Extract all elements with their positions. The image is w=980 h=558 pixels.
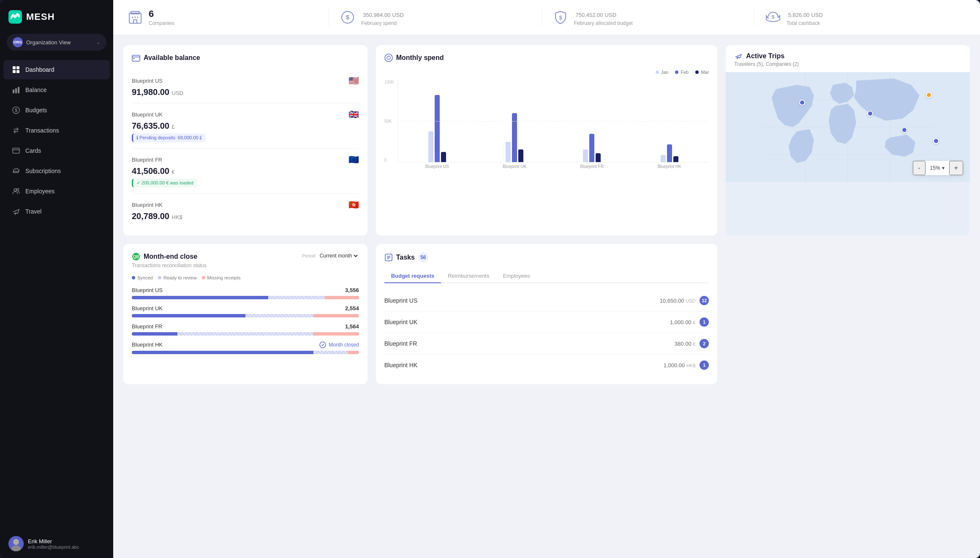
seg-synced [132,332,177,336]
sidebar-label-cards: Cards [25,147,41,154]
map-pin-2 [867,111,873,116]
close-item-header: Blueprint FR 1,564 [132,323,359,330]
building-icon [127,9,144,26]
sidebar-item-transactions[interactable]: Transactions [3,121,110,140]
svg-rect-1 [13,66,16,69]
task-currency: £ [693,320,695,325]
balance-name: Blueprint FR 🇪🇺 [132,154,359,165]
seg-synced [132,296,268,299]
circle-dollar-icon: $ [339,9,356,26]
sidebar-item-budgets[interactable]: $ Budgets [3,100,110,120]
shield-dollar-icon: $ [552,9,569,26]
period-select[interactable]: Current month [318,252,359,259]
stat-spend-label: February spend [361,20,404,26]
user-footer: Erik Miller erik.miller@blueprint.abc [0,529,113,558]
employees-nav-icon [12,187,20,195]
task-badge: 1 [700,317,709,327]
map-zoom-controls: - 15% ▾ + [913,161,963,175]
close-item-header: Blueprint HK Month closed [132,341,359,348]
monthly-spend-card: Monthly spend Jan Feb Mar 100K 50K 0 [376,45,718,236]
close-item-name: Blueprint HK [132,341,163,348]
seg-missing [313,314,359,317]
stat-cashback: $ 5,826.00USD Total cashback [754,8,966,26]
svg-point-31 [387,56,390,60]
bar-label-blueprint-hk: Blueprint HK [633,164,705,173]
task-currency: USD [686,298,695,303]
map-zoom-minus-button[interactable]: - [913,161,925,175]
org-name: Organization View [26,39,93,46]
close-items-list: Blueprint US 3,556 Blueprint UK 2,554 Bl… [132,287,359,354]
stats-bar: 6 Companies $ 350,984.00USD February spe… [113,0,980,35]
sidebar-item-employees[interactable]: Employees [3,181,110,201]
chevron-down-icon: ▾ [942,165,945,171]
flag-icon: 🇪🇺 [348,154,359,165]
cashback-icon: $ [765,9,781,26]
task-items-list: Blueprint US 10,650.00 USD 12 Blueprint … [384,290,709,376]
balance-amount: 76,635.00 £ [132,121,359,131]
flag-icon: 🇺🇸 [348,76,359,86]
close-item-blueprint-fr: Blueprint FR 1,564 [132,323,359,336]
seg-ready [313,351,348,354]
svg-point-15 [13,539,19,545]
svg-rect-29 [133,58,135,59]
close-count: 1,564 [345,323,359,330]
yaxis-0: 0 [384,158,394,163]
tab-reimbursements[interactable]: Reimbursements [441,269,496,283]
sidebar-item-cards[interactable]: Cards [3,141,110,160]
svg-point-30 [385,54,392,62]
dashboard-nav-icon [12,65,20,74]
stat-budget-currency: USD [605,12,616,18]
active-trips-card: Active Trips Travelers (5), Companies (2… [726,45,970,236]
task-amount: 380.00 € [675,341,696,347]
stat-february-spend: $ 350,984.00USD February spend [329,8,542,26]
tab-budget-requests[interactable]: Budget requests [384,269,441,283]
sidebar-item-travel[interactable]: Travel [3,202,110,221]
task-item: Blueprint US 10,650.00 USD 12 [384,290,709,312]
tab-employees[interactable]: Employees [496,269,536,283]
sidebar-item-dashboard[interactable]: Dashboard [3,60,110,79]
close-item-name: Blueprint US [132,287,163,293]
svg-text:$: $ [772,14,774,19]
tasks-tabs: Budget requests Reimbursements Employees [384,269,709,283]
nav-menu: Dashboard Balance $ Budgets Transactions… [0,59,113,222]
task-right: 380.00 € 2 [675,339,709,348]
balance-item-blueprint-uk: Blueprint UK 🇬🇧 76,635.00 £ ℹ Pending de… [132,103,359,149]
seg-missing [313,332,359,336]
legend-missing: Missing receipts [202,275,241,280]
map-zoom-plus-button[interactable]: + [949,161,963,175]
available-balance-card: Available balance Blueprint US 🇺🇸 91,980… [123,45,368,236]
svg-rect-3 [13,70,16,73]
seg-ready [245,314,313,317]
legend-ready: Ready to review [158,275,197,280]
close-period: Period Current month [302,252,359,259]
dashboard-grid: Available balance Blueprint US 🇺🇸 91,980… [113,35,980,394]
stat-spend-number: 350,984.00USD [361,8,404,19]
svg-point-13 [17,189,19,191]
close-header: QB Month-end close Transactions reconcil… [132,252,359,268]
map-zoom-level[interactable]: 15% ▾ [926,163,949,173]
balance-name: Blueprint HK 🇭🇰 [132,200,359,210]
seg-ready [177,332,314,336]
task-badge: 1 [700,360,709,370]
task-item: Blueprint FR 380.00 € 2 [384,333,709,355]
svg-text:$: $ [559,15,562,21]
org-selector[interactable]: ORG Organization View ⌄ [7,34,106,51]
balance-name: Blueprint UK 🇬🇧 [132,109,359,119]
sidebar-item-balance[interactable]: Balance [3,80,110,100]
close-count: 3,556 [345,287,359,293]
user-name: Erik Miller [28,538,79,544]
mesh-logo-icon [8,10,22,24]
yaxis-50k: 50K [384,119,394,124]
sidebar-label-balance: Balance [25,87,47,93]
svg-rect-5 [13,89,14,93]
stat-cashback-currency: USD [811,12,822,18]
logo-area: MESH [0,0,113,30]
chart-icon [384,54,393,62]
quickbooks-icon: QB [132,252,140,261]
sidebar-item-subscriptions[interactable]: Subscriptions [3,161,110,181]
svg-rect-10 [13,148,19,153]
stat-spend-info: 350,984.00USD February spend [361,8,404,26]
tasks-title: Tasks [396,254,415,261]
svg-text:$: $ [15,108,17,113]
task-company-name: Blueprint UK [384,319,418,325]
